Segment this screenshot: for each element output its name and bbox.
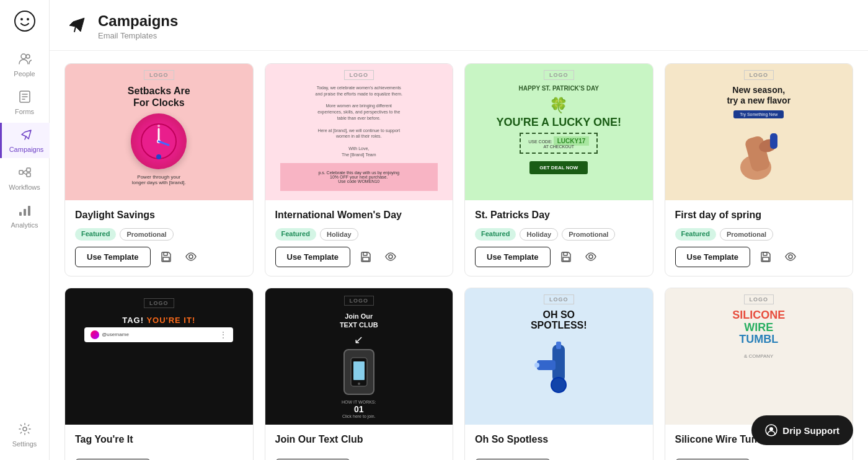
- svg-point-63: [769, 427, 773, 431]
- svg-rect-17: [28, 206, 30, 216]
- svg-line-19: [74, 27, 76, 32]
- sidebar-item-people[interactable]: People: [3, 47, 46, 82]
- svg-rect-38: [770, 133, 777, 149]
- svg-rect-32: [564, 252, 567, 255]
- sidebar-item-label: Workflows: [9, 184, 40, 191]
- svg-point-54: [534, 363, 539, 368]
- template-preview-st-patricks: LOGO HAPPY ST. PATRICK'S DAY 🍀 YOU'RE A …: [465, 64, 653, 200]
- preview-logo: LOGO: [144, 70, 174, 80]
- card-actions: Use Template: [475, 247, 643, 267]
- use-template-button[interactable]: Use Template: [675, 247, 751, 267]
- preview-icon[interactable]: [381, 247, 400, 266]
- card-info-first-day-spring: First day of spring Featured Promotional…: [665, 200, 853, 276]
- template-card-first-day-spring: LOGO New season,try a new flavor Try Som…: [665, 63, 854, 276]
- card-info-spotless: Oh So Spotless Use Template: [465, 425, 653, 460]
- sidebar-item-label: Forms: [15, 108, 34, 115]
- template-preview-daylight-savings: LOGO Setbacks AreFor Clocks: [65, 64, 253, 200]
- card-tags: Featured Promotional: [675, 228, 843, 241]
- tag-featured: Featured: [475, 228, 516, 241]
- code-box: USE CODE: LUCKY17 AT CHECKOUT: [520, 133, 598, 154]
- preview-icon[interactable]: [182, 247, 200, 266]
- sidebar-item-workflows[interactable]: Workflows: [3, 161, 46, 196]
- tag-featured: Featured: [75, 228, 116, 241]
- page-title: Campaigns: [98, 12, 178, 30]
- header-icon: [67, 13, 89, 40]
- sidebar-item-forms[interactable]: Forms: [3, 85, 46, 120]
- template-card-daylight-savings: LOGO Setbacks AreFor Clocks: [64, 63, 254, 276]
- card-tags: Featured Holiday Promotional: [475, 228, 643, 241]
- avatar: [91, 330, 99, 339]
- people-icon: [18, 52, 32, 68]
- save-icon[interactable]: [356, 247, 375, 266]
- svg-rect-39: [763, 252, 767, 255]
- card-info-tag: Tag You're It Use Template: [65, 425, 253, 460]
- svg-rect-40: [763, 257, 769, 261]
- svg-point-18: [23, 427, 27, 431]
- sidebar-item-campaigns[interactable]: Campaigns: [0, 123, 50, 158]
- campaigns-icon: [20, 128, 33, 143]
- use-template-button[interactable]: Use Template: [475, 247, 551, 267]
- svg-rect-27: [163, 257, 169, 261]
- save-icon[interactable]: [157, 247, 175, 266]
- tag-holiday: Holiday: [320, 228, 358, 241]
- use-template-button[interactable]: Use Template: [275, 247, 351, 267]
- preview-logo: LOGO: [544, 294, 574, 304]
- card-actions: Use Template: [75, 247, 243, 267]
- clock-image: [131, 113, 187, 169]
- svg-rect-33: [563, 257, 569, 261]
- template-card-iwd: LOGO Today, we celebrate women's achieve…: [265, 63, 454, 276]
- preview-logo: LOGO: [744, 70, 774, 80]
- svg-point-1: [20, 18, 23, 20]
- template-preview-iwd: LOGO Today, we celebrate women's achieve…: [265, 64, 453, 200]
- tag-promotional: Promotional: [120, 228, 173, 241]
- card-title: International Women's Day: [275, 209, 443, 222]
- svg-rect-16: [24, 209, 26, 216]
- template-card-tag: LOGO TAG! YOU'RE IT! @username ⋮ Tag You…: [64, 288, 254, 460]
- app-logo[interactable]: [11, 7, 38, 35]
- template-card-spotless: LOGO OH SOSPOTLESS!: [464, 288, 653, 460]
- template-preview-silicone: LOGO SILICONE WIRE TUMBL & COMPANY: [665, 288, 853, 425]
- card-title: Tag You're It: [75, 433, 243, 446]
- sidebar-item-analytics[interactable]: Analytics: [3, 198, 46, 234]
- workflows-icon: [18, 166, 32, 181]
- card-tags: Featured Promotional: [75, 228, 243, 241]
- drip-support-button[interactable]: Drip Support: [751, 415, 853, 445]
- card-title: Oh So Spotless: [475, 433, 643, 446]
- preview-icon[interactable]: [582, 247, 600, 266]
- svg-rect-53: [537, 360, 556, 370]
- svg-point-34: [589, 255, 593, 259]
- sidebar-item-settings[interactable]: Settings: [3, 417, 46, 453]
- svg-point-25: [157, 125, 160, 127]
- save-icon[interactable]: [557, 247, 575, 266]
- tag-featured: Featured: [675, 228, 716, 241]
- template-preview-tag: LOGO TAG! YOU'RE IT! @username ⋮: [65, 288, 253, 425]
- cta-button: GET DEAL NOW: [529, 161, 588, 174]
- svg-point-24: [156, 154, 161, 159]
- main-content: Campaigns Email Templates LOGO Setbacks …: [50, 0, 868, 460]
- sidebar-item-label: Campaigns: [9, 146, 44, 153]
- template-preview-spotless: LOGO OH SOSPOTLESS!: [465, 288, 653, 425]
- svg-line-13: [23, 170, 27, 172]
- sidebar-item-label: Settings: [12, 440, 37, 448]
- templates-grid: LOGO Setbacks AreFor Clocks: [64, 63, 853, 460]
- card-actions: Use Template: [675, 247, 843, 267]
- try-btn: Try Something New: [733, 110, 784, 118]
- svg-rect-30: [363, 257, 369, 261]
- header-text: Campaigns Email Templates: [98, 12, 178, 40]
- preview-logo: LOGO: [344, 70, 374, 80]
- save-icon[interactable]: [756, 247, 775, 266]
- preview-logo: LOGO: [544, 70, 574, 80]
- template-card-textclub: LOGO Join OurTEXT CLUB ↙ HOW IT WORKS: 0…: [265, 288, 454, 460]
- svg-point-0: [15, 11, 35, 31]
- card-tags: Featured Holiday: [275, 228, 443, 241]
- page-subtitle: Email Templates: [98, 31, 178, 40]
- card-title: Join Our Text Club: [275, 433, 443, 446]
- preview-icon[interactable]: [781, 247, 800, 266]
- svg-point-31: [389, 255, 392, 259]
- use-template-button[interactable]: Use Template: [75, 247, 151, 267]
- shamrock-icon: 🍀: [549, 97, 568, 114]
- card-actions: Use Template: [275, 247, 443, 267]
- sidebar: People Forms Campaigns: [0, 0, 50, 460]
- drill-image: [534, 338, 583, 396]
- svg-point-28: [189, 255, 193, 259]
